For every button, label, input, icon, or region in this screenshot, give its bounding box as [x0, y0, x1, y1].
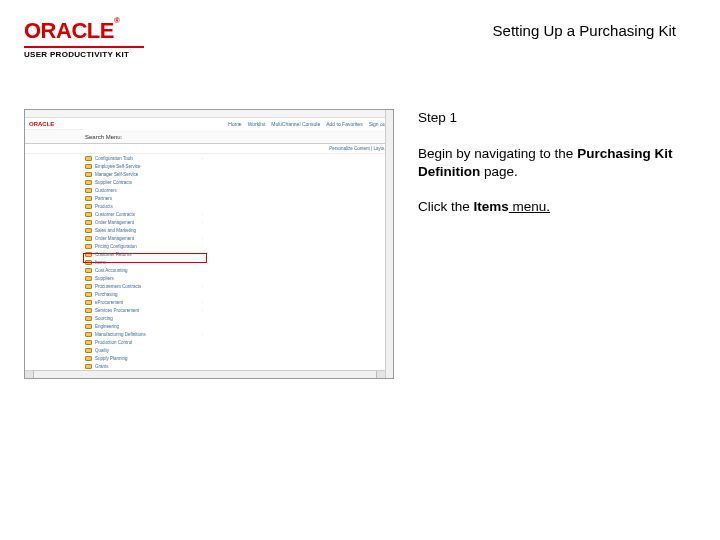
folder-icon: [85, 316, 92, 321]
submenu-indicator-icon: ·: [202, 220, 205, 225]
folder-icon: [85, 196, 92, 201]
folder-icon: [85, 204, 92, 209]
shot-menu-item[interactable]: Configuration Tools·: [85, 154, 205, 162]
submenu-indicator-icon: ·: [202, 244, 205, 249]
shot-menu-item[interactable]: Customer Contracts·: [85, 210, 205, 218]
shot-menu-item-label: Manager Self-Service: [95, 172, 138, 177]
shot-menu-item-label: Sales and Marketing: [95, 228, 136, 233]
shot-menu-item[interactable]: Quality: [85, 346, 205, 354]
shot-menu-item-label: Supply Planning: [95, 356, 128, 361]
shot-menu-item-label: Configuration Tools: [95, 156, 133, 161]
folder-icon: [85, 188, 92, 193]
shot-menu-item[interactable]: Procurement Contracts·: [85, 282, 205, 290]
shot-menu-item-label: Supplier Contracts: [95, 180, 132, 185]
submenu-indicator-icon: ·: [202, 308, 205, 313]
brand-subtitle: USER PRODUCTIVITY KIT: [24, 50, 144, 59]
shot-menu-item[interactable]: Order Management·: [85, 218, 205, 226]
shot-menu-item[interactable]: Services Procurement·: [85, 306, 205, 314]
instruction-line-1: Begin by navigating to the Purchasing Ki…: [418, 145, 676, 181]
folder-icon: [85, 156, 92, 161]
shot-menu-item[interactable]: Suppliers: [85, 274, 205, 282]
brand-block: ORACLE® USER PRODUCTIVITY KIT: [24, 18, 144, 59]
shot-menu-item[interactable]: Order Management·: [85, 234, 205, 242]
shot-menu-item-label: Manufacturing Definitions: [95, 332, 146, 337]
scrollbar-horizontal[interactable]: [25, 370, 385, 378]
folder-icon: [85, 324, 92, 329]
shot-menu-item[interactable]: Sales and Marketing: [85, 226, 205, 234]
folder-icon: [85, 236, 92, 241]
shot-menu-item-label: Customer Contracts: [95, 212, 135, 217]
shot-menu-item-label: Procurement Contracts: [95, 284, 141, 289]
shot-menu-item-label: Sourcing: [95, 316, 113, 321]
brand-wordmark: ORACLE®: [24, 18, 144, 44]
folder-icon: [85, 356, 92, 361]
folder-icon: [85, 212, 92, 217]
shot-menu-item[interactable]: Supply Planning: [85, 354, 205, 362]
shot-menu-item-label: Customers: [95, 188, 117, 193]
shot-menu-item[interactable]: Manufacturing Definitions·: [85, 330, 205, 338]
folder-icon: [85, 364, 92, 369]
shot-menu-item-label: Cost Accounting: [95, 268, 128, 273]
shot-menu-item-label: Production Control: [95, 340, 132, 345]
shot-menu-item-label: Products: [95, 204, 113, 209]
shot-menu-item[interactable]: Employee Self-Service: [85, 162, 205, 170]
folder-icon: [85, 292, 92, 297]
folder-icon: [85, 348, 92, 353]
folder-icon: [85, 180, 92, 185]
shot-menu-item[interactable]: eProcurement·: [85, 298, 205, 306]
instruction-line-2: Click the Items menu.: [418, 198, 676, 216]
folder-icon: [85, 164, 92, 169]
submenu-indicator-icon: ·: [202, 156, 205, 161]
shot-menu-item[interactable]: Production Control: [85, 338, 205, 346]
folder-icon: [85, 220, 92, 225]
submenu-indicator-icon: ·: [202, 332, 205, 337]
shot-menu-item[interactable]: Purchasing: [85, 290, 205, 298]
shot-menu-item-label: Suppliers: [95, 276, 114, 281]
folder-icon: [85, 332, 92, 337]
submenu-indicator-icon: ·: [202, 212, 205, 217]
shot-menu-item-label: Partners: [95, 196, 112, 201]
submenu-indicator-icon: ·: [202, 236, 205, 241]
folder-icon: [85, 172, 92, 177]
folder-icon: [85, 268, 92, 273]
page-title: Setting Up a Purchasing Kit: [144, 18, 676, 39]
shot-menu-item-label: Grants: [95, 364, 109, 369]
shot-menu-item[interactable]: Customers: [85, 186, 205, 194]
shot-personalize-link[interactable]: Personalize Content | Layout: [25, 144, 393, 154]
folder-icon: [85, 244, 92, 249]
shot-menu-item-label: Services Procurement: [95, 308, 139, 313]
brand-rule: [24, 46, 144, 48]
shot-menu-item[interactable]: Project Costing: [85, 378, 205, 379]
shot-menu-item-label: Employee Self-Service: [95, 164, 141, 169]
submenu-indicator-icon: ·: [202, 300, 205, 305]
step-label: Step 1: [418, 109, 676, 127]
shot-menu-item[interactable]: Supplier Contracts: [85, 178, 205, 186]
shot-menu-item[interactable]: Products: [85, 202, 205, 210]
shot-top-links: Home Worklist MultiChannel Console Add t…: [85, 118, 393, 130]
items-menu-highlight[interactable]: [83, 253, 207, 263]
shot-menu-item-label: Pricing Configuration: [95, 244, 137, 249]
scrollbar-vertical[interactable]: [385, 110, 393, 378]
shot-menu-item[interactable]: Partners: [85, 194, 205, 202]
shot-oracle-logo: ORACLE: [29, 121, 54, 127]
shot-menu-item-label: eProcurement: [95, 300, 123, 305]
folder-icon: [85, 340, 92, 345]
shot-menu-item[interactable]: Grants: [85, 362, 205, 370]
folder-icon: [85, 228, 92, 233]
shot-menu-item[interactable]: Sourcing: [85, 314, 205, 322]
folder-icon: [85, 308, 92, 313]
folder-icon: [85, 300, 92, 305]
instruction-panel: Step 1 Begin by navigating to the Purcha…: [418, 109, 676, 379]
folder-icon: [85, 284, 92, 289]
shot-menu-list: Configuration Tools·Employee Self-Servic…: [85, 154, 205, 379]
shot-menu-item-label: Purchasing: [95, 292, 118, 297]
shot-menu-item-label: Order Management: [95, 220, 134, 225]
submenu-indicator-icon: ·: [202, 284, 205, 289]
shot-menu-item[interactable]: Cost Accounting: [85, 266, 205, 274]
shot-menu-item[interactable]: Pricing Configuration·: [85, 242, 205, 250]
folder-icon: [85, 276, 92, 281]
shot-menu-item-label: Order Management: [95, 236, 134, 241]
shot-menu-item[interactable]: Engineering: [85, 322, 205, 330]
shot-menu-item-label: Engineering: [95, 324, 119, 329]
shot-menu-item[interactable]: Manager Self-Service: [85, 170, 205, 178]
